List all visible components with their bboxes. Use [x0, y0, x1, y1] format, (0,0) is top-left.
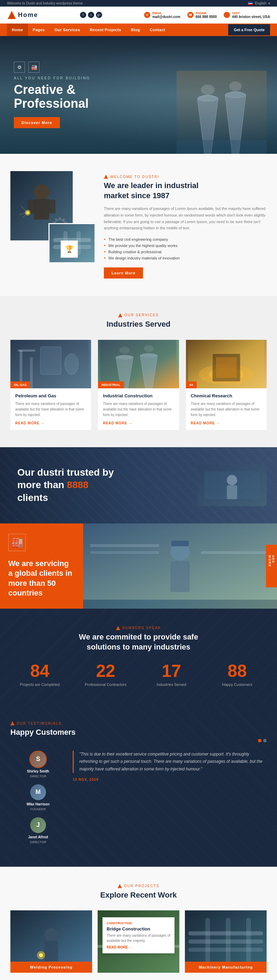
phone-value: 666 888 0000 [196, 15, 217, 19]
factory-icon: 🏭 [29, 62, 40, 73]
svg-rect-10 [34, 199, 49, 220]
construction-image: INDUSTRIAL [98, 340, 179, 388]
nav-pages[interactable]: Pages [28, 24, 50, 36]
avatar-role-janet: DIRECTOR [30, 840, 46, 844]
gplus-icon[interactable]: g+ [96, 12, 102, 18]
trust-banner: Our dustri trusted bymore than 8888clien… [0, 447, 277, 523]
nav-projects[interactable]: Recent Projects [85, 24, 126, 36]
avatar-name-janet: Janet Alfred [28, 835, 48, 839]
svg-point-54 [39, 953, 43, 958]
global-orange-panel: 🏭 We are servicing a global clients in m… [0, 523, 83, 609]
flag-icon [248, 2, 253, 5]
svg-rect-64 [226, 918, 231, 969]
petroleum-title: Petroleum and Gas [15, 393, 86, 398]
avatar-shirley[interactable]: S Shirley Smith DIRECTOR [10, 751, 66, 778]
petroleum-body: Petroleum and Gas There are many variati… [10, 388, 91, 430]
avatars-column: S Shirley Smith DIRECTOR M Mike Harrison… [10, 751, 66, 850]
nav-contact[interactable]: Contact [145, 24, 170, 36]
svg-point-32 [119, 347, 130, 354]
service-card-construction: INDUSTRIAL Industrial Construction There… [98, 340, 179, 430]
logo: Home [7, 10, 38, 20]
dot-2[interactable] [263, 739, 267, 742]
chemical-image: 4A [186, 340, 267, 388]
about-section: 🏆 WELCOME TO DUSTRI We are leader in ind… [0, 154, 277, 296]
construction-body: Industrial Construction There are many v… [98, 388, 179, 430]
global-text: We are servicing a global clients in mor… [8, 559, 75, 598]
nav-home[interactable]: Home [7, 24, 28, 36]
header-contact: ✉ EMAIL mail@dustri.com ☎ PHONE 666 888 … [144, 11, 270, 19]
avatar-janet[interactable]: J Janet Alfred DIRECTOR [10, 816, 66, 844]
svg-point-41 [227, 475, 237, 485]
testimonials-section: OUR TESTIMONIALS Happy Customers S Shirl… [0, 704, 277, 867]
svg-rect-42 [227, 485, 237, 499]
avatar-circle-shirley: S [30, 751, 46, 767]
top-bar: Welcome to Dustri and Industry wordpress… [0, 0, 277, 6]
projects-grid: Welding Processing [10, 910, 267, 973]
stats-grid: 84 Projects are Completed 22 Professiona… [10, 662, 267, 687]
hero-section: ⚙ 🏭 ALL YOU NEED FOR BUILDING Creative &… [0, 36, 277, 154]
machinery-title: Machinery Manufacturing [185, 962, 267, 973]
bridge-read-more[interactable]: READ MORE → [107, 945, 170, 949]
nav-blog[interactable]: Blog [126, 24, 145, 36]
learn-more-button[interactable]: Learn More [104, 267, 143, 278]
svg-rect-48 [201, 551, 270, 554]
hero-icons: ⚙ 🏭 [14, 62, 91, 73]
language-label: English [255, 2, 266, 5]
stat-customers: 88 Happy Customers [208, 662, 267, 687]
header: Home f t g+ ✉ EMAIL mail@dustri.com ☎ PH… [0, 6, 277, 24]
stat-number-contractors: 22 [76, 662, 135, 680]
stat-number-projects: 84 [10, 662, 69, 680]
trust-image [197, 465, 267, 506]
cooling-tower-illustration [177, 71, 267, 154]
stat-industries: 17 Industries Served [142, 662, 201, 687]
petroleum-image: OIL GAS [10, 340, 91, 388]
trust-industrial-svg [197, 465, 267, 506]
svg-point-31 [140, 353, 158, 358]
see-more-badge[interactable]: SEE MORE [266, 544, 277, 587]
testimonials-content: S Shirley Smith DIRECTOR M Mike Harrison… [10, 751, 267, 850]
hero-subtitle: ALL YOU NEED FOR BUILDING [14, 76, 91, 80]
svg-rect-46 [170, 561, 190, 592]
nav-services[interactable]: Our Services [49, 24, 85, 36]
hero-content: ⚙ 🏭 ALL YOU NEED FOR BUILDING Creative &… [0, 62, 104, 128]
bridge-card-detail: CONSTRUCTION Bridge Construction There a… [102, 917, 175, 953]
svg-point-33 [144, 345, 154, 352]
get-quote-button[interactable]: Get a Free Quote [228, 24, 270, 35]
chemical-svg [186, 340, 267, 388]
avatar-name-mike: Mike Harrison [27, 802, 49, 806]
discover-more-button[interactable]: Discover More [14, 117, 60, 128]
avatar-mike[interactable]: M Mike Harrison FOUNDER [10, 784, 66, 811]
svg-point-30 [116, 355, 133, 360]
dot-1[interactable] [258, 739, 261, 742]
avatar-img-janet: J [29, 816, 47, 834]
chemical-badge: 4A [186, 382, 197, 388]
address-contact: 📍 VISIT 440 briston street, USA [224, 11, 270, 19]
factory-global-icon: 🏭 [8, 534, 25, 551]
top-bar-right: English ▾ [248, 2, 270, 5]
email-contact: ✉ EMAIL mail@dustri.com [144, 11, 180, 19]
chemical-read-more[interactable]: READ MORE [191, 421, 262, 425]
email-icon: ✉ [144, 12, 150, 18]
avatar-circle-janet: J [30, 817, 46, 833]
stat-number-industries: 17 [142, 662, 201, 680]
svg-rect-7 [177, 140, 267, 154]
svg-point-6 [229, 81, 242, 91]
avatar-role-mike: FOUNDER [30, 808, 46, 811]
email-value: mail@dustri.com [152, 15, 180, 19]
numbers-section: NUMBERS SPEAK We are commited to provide… [0, 609, 277, 704]
avatar-name-shirley: Shirley Smith [27, 769, 49, 773]
facebook-icon[interactable]: f [80, 12, 86, 18]
svg-rect-63 [205, 918, 210, 969]
about-certificate-icon: 🏆 [60, 240, 78, 258]
global-image: SEE MORE [83, 523, 277, 609]
svg-point-3 [197, 95, 218, 101]
petroleum-desc: There are many variations of passages of… [15, 401, 86, 418]
svg-point-4 [225, 92, 246, 98]
chemical-body: Chemical Research There are many variati… [186, 388, 267, 430]
stat-label-projects: Projects are Completed [10, 682, 69, 687]
gear-icon: ⚙ [14, 62, 25, 73]
construction-read-more[interactable]: READ MORE [103, 421, 174, 425]
services-label: OUR SERVICES [10, 313, 267, 317]
petroleum-read-more[interactable]: READ MORE [15, 421, 86, 425]
twitter-icon[interactable]: t [88, 12, 94, 18]
